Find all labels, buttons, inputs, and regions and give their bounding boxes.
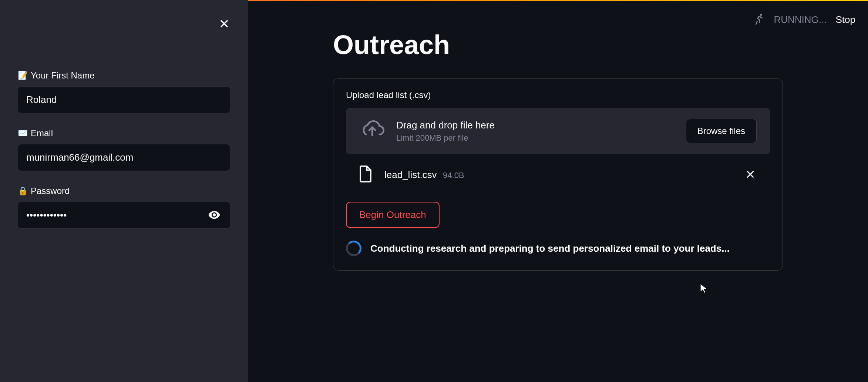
first-name-field: 📝 Your First Name	[18, 70, 230, 113]
uploaded-file-row: lead_list.csv 94.0B	[346, 154, 770, 191]
pencil-emoji-icon: 📝	[18, 71, 28, 80]
close-icon	[745, 169, 756, 180]
dropzone-title: Drag and drop file here	[396, 120, 675, 131]
email-input[interactable]	[18, 144, 230, 171]
toggle-password-visibility-button[interactable]	[206, 207, 222, 224]
dropzone-subtitle: Limit 200MB per file	[396, 133, 675, 143]
password-input[interactable]	[18, 202, 230, 229]
loading-spinner-icon	[346, 241, 361, 256]
email-field: ✉️ Email	[18, 128, 230, 171]
envelope-emoji-icon: ✉️	[18, 128, 28, 138]
upload-card: Upload lead list (.csv) Drag and drop fi…	[333, 78, 783, 271]
running-icon	[753, 13, 765, 27]
file-dropzone[interactable]: Drag and drop file here Limit 200MB per …	[346, 108, 770, 154]
mouse-cursor-icon	[699, 283, 709, 294]
upload-section-label: Upload lead list (.csv)	[346, 90, 770, 100]
browse-files-button[interactable]: Browse files	[686, 119, 757, 143]
status-topbar: RUNNING... Stop	[753, 13, 856, 27]
email-label-text: Email	[31, 128, 53, 138]
cloud-upload-icon	[359, 120, 385, 142]
status-message: Conducting research and preparing to sen…	[370, 243, 730, 254]
uploaded-file-name: lead_list.csv	[384, 169, 437, 180]
close-icon	[218, 18, 230, 30]
password-label-text: Password	[31, 186, 70, 196]
first-name-input[interactable]	[18, 86, 230, 113]
stop-button[interactable]: Stop	[836, 14, 856, 26]
svg-point-2	[760, 14, 762, 16]
file-icon	[358, 165, 373, 185]
sidebar: 📝 Your First Name ✉️ Email 🔒 Password	[0, 0, 248, 382]
page-title: Outreach	[333, 30, 783, 60]
status-row: Conducting research and preparing to sen…	[346, 241, 770, 256]
close-sidebar-button[interactable]	[215, 15, 233, 34]
remove-file-button[interactable]	[743, 167, 758, 183]
begin-outreach-button[interactable]: Begin Outreach	[346, 202, 440, 228]
password-field: 🔒 Password	[18, 186, 230, 229]
uploaded-file-size: 94.0B	[443, 171, 464, 180]
eye-icon	[208, 208, 221, 221]
lock-emoji-icon: 🔒	[18, 186, 28, 196]
main-content: RUNNING... Stop Outreach Upload lead lis…	[248, 0, 868, 382]
running-status-text: RUNNING...	[774, 14, 827, 26]
first-name-label-text: Your First Name	[31, 70, 95, 81]
password-label: 🔒 Password	[18, 186, 230, 196]
app-layout: 📝 Your First Name ✉️ Email 🔒 Password	[0, 0, 868, 382]
email-label: ✉️ Email	[18, 128, 230, 138]
first-name-label: 📝 Your First Name	[18, 70, 230, 81]
